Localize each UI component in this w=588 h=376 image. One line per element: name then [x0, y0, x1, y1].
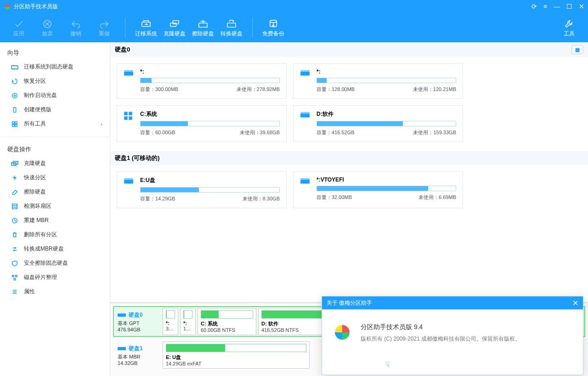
sidebar-rebuild-mbr[interactable]: 重建 MBR	[0, 213, 110, 228]
drive-icon	[300, 177, 311, 202]
about-dialog: 关于 傲梅分区助手 ✕ 分区助手技术员版 9.4 版权所有 (C) 2009-2…	[322, 296, 583, 375]
clone-disk-button[interactable]: 克隆硬盘	[160, 18, 189, 38]
sidebar-all-tools[interactable]: 所有工具›	[0, 117, 110, 131]
partition-card[interactable]: D:软件容量：416.52GB未使用：159.33GB	[293, 105, 463, 142]
partition-card[interactable]: *:VTOYEFI容量：32.00MB未使用：6.69MB	[293, 171, 463, 208]
sidebar-secure-erase-ssd[interactable]: 安全擦除固态硬盘	[0, 256, 110, 270]
map-partition[interactable]: C: 系统60.00GB NTFS	[198, 308, 256, 335]
map-part-name: *:	[183, 320, 192, 326]
toggle-view-button[interactable]: ▦	[571, 45, 583, 54]
capacity-label: 容量：300.00MB	[140, 86, 178, 93]
map-part-size: 14.29GB exFAT	[166, 361, 306, 366]
undo-button[interactable]: 撤销	[62, 18, 90, 38]
svg-rect-35	[124, 116, 128, 120]
trash-icon	[11, 231, 19, 239]
svg-point-11	[14, 95, 16, 97]
map-part-name: C: 系统	[201, 320, 253, 327]
mbr-icon	[11, 217, 19, 224]
svg-rect-34	[129, 112, 132, 115]
discard-button[interactable]: 放弃	[33, 18, 62, 38]
drive-icon	[300, 68, 311, 93]
sidebar-delete-all[interactable]: 删除所有分区	[0, 228, 110, 242]
svg-rect-15	[12, 124, 14, 126]
menu-icon[interactable]: ≡	[543, 3, 547, 10]
shield-icon	[11, 260, 19, 267]
svg-rect-44	[118, 347, 126, 350]
svg-point-8	[270, 20, 277, 23]
map-partition[interactable]: *:12...	[180, 308, 196, 335]
sidebar-migrate-ssd[interactable]: 迁移系统到固态硬盘	[0, 60, 110, 74]
about-close-button[interactable]: ✕	[572, 299, 578, 308]
free-label: 未使用：39.68GB	[240, 129, 280, 136]
usage-bar	[140, 121, 280, 126]
wipe-disk-button[interactable]: 擦除硬盘	[189, 18, 217, 38]
svg-rect-14	[15, 121, 17, 123]
svg-rect-38	[300, 112, 310, 113]
sidebar-quick-partition[interactable]: 快速分区	[0, 171, 110, 185]
usage-bar	[317, 186, 456, 191]
partition-card[interactable]: C:系统容量：60.00GB未使用：39.68GB	[117, 105, 287, 142]
usage-bar	[317, 78, 456, 83]
eraser-icon	[11, 188, 19, 196]
sidebar-make-bootable[interactable]: 制作启动光盘	[0, 88, 110, 103]
svg-rect-36	[129, 116, 132, 120]
svg-rect-43	[118, 313, 126, 317]
redo-button[interactable]: 重做	[90, 18, 119, 38]
svg-rect-37	[300, 114, 310, 118]
disk-icon: 硬盘1	[118, 345, 157, 353]
migrate-os-button[interactable]: 迁移系统	[132, 18, 160, 38]
map-partition[interactable]: E: U盘14.29GB exFAT	[163, 342, 310, 369]
svg-rect-39	[124, 180, 133, 184]
close-button[interactable]: ✕	[579, 3, 584, 10]
drive-icon	[124, 68, 135, 93]
list-icon	[11, 288, 19, 296]
minimize-button[interactable]: —	[554, 3, 560, 10]
maximize-button[interactable]: ☐	[566, 3, 572, 10]
partition-card[interactable]: *:容量：300.00MB未使用：278.92MB	[117, 63, 287, 99]
svg-rect-30	[124, 70, 133, 71]
svg-point-10	[12, 93, 17, 98]
svg-rect-41	[300, 180, 310, 184]
free-label: 未使用：120.21MB	[413, 86, 456, 93]
capacity-label: 容量：32.00MB	[317, 194, 352, 201]
refresh-icon[interactable]: ⟳	[531, 3, 537, 10]
window-title: 分区助手技术员版	[14, 3, 531, 11]
svg-rect-23	[12, 275, 14, 277]
svg-rect-31	[300, 72, 310, 76]
drive-icon	[124, 110, 135, 136]
map-part-size: 60.00GB NTFS	[201, 327, 253, 333]
sidebar-recover-partition[interactable]: 恢复分区	[0, 74, 110, 88]
sidebar-convert-mbr[interactable]: 转换成MBR硬盘	[0, 242, 110, 256]
disk-icon: 硬盘0	[118, 311, 157, 319]
tools-button[interactable]: 工具	[555, 18, 583, 38]
apply-button[interactable]: 应用	[5, 18, 33, 38]
capacity-label: 容量：60.00GB	[140, 129, 175, 136]
capacity-label: 容量：128.00MB	[317, 86, 355, 93]
chevron-right-icon: ›	[101, 121, 102, 127]
sidebar-defrag[interactable]: 磁盘碎片整理	[0, 270, 110, 285]
partition-name: D:软件	[317, 110, 456, 118]
bolt-icon	[11, 174, 19, 182]
partition-card[interactable]: *:容量：128.00MB未使用：120.21MB	[293, 63, 463, 99]
sidebar-wipe-disk[interactable]: 擦除硬盘	[0, 185, 110, 199]
sidebar-surface-test[interactable]: 检测坏扇区	[0, 199, 110, 213]
svg-rect-25	[14, 278, 16, 280]
partition-card[interactable]: E:U盘容量：14.29GB未使用：8.30GB	[117, 171, 287, 208]
free-label: 未使用：8.30GB	[243, 195, 280, 202]
map-part-name: E: U盘	[166, 354, 306, 361]
sidebar-create-portable[interactable]: 创建便携版	[0, 103, 110, 117]
recover-icon	[11, 78, 19, 85]
sidebar-clone-disk[interactable]: 克隆硬盘	[0, 156, 110, 171]
partition-name: C:系统	[140, 110, 280, 118]
sidebar-properties[interactable]: 属性	[0, 285, 110, 299]
disc-icon	[11, 92, 19, 99]
disk-list: 硬盘0 ▦ *:容量：300.00MB未使用：278.92MB*:容量：128.…	[110, 42, 588, 302]
convert-disk-button[interactable]: 转换硬盘	[217, 18, 246, 38]
free-label: 未使用：278.92MB	[237, 86, 280, 93]
map-partition[interactable]: *:30...	[163, 308, 178, 335]
defrag-icon	[11, 274, 19, 281]
drive-icon	[300, 110, 311, 136]
backup-button[interactable]: 免费备份	[259, 18, 288, 38]
map-part-name: *:	[166, 320, 175, 326]
convert-icon	[11, 245, 19, 253]
